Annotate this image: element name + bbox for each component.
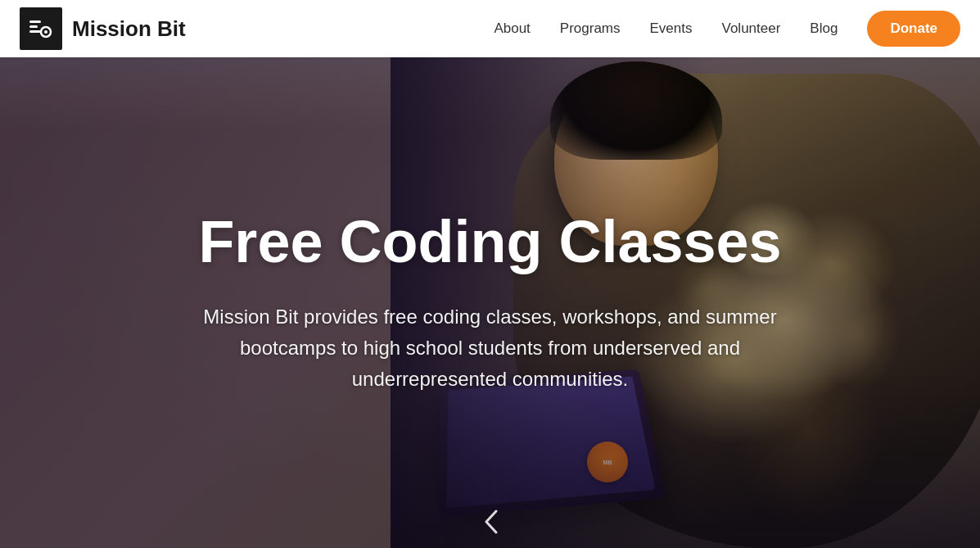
- donate-button[interactable]: Donate: [867, 11, 960, 47]
- nav-volunteer[interactable]: Volunteer: [722, 20, 781, 37]
- logo-icon: [20, 7, 62, 50]
- svg-rect-2: [29, 30, 41, 33]
- nav-about[interactable]: About: [494, 20, 530, 37]
- scroll-down-chevron[interactable]: [477, 510, 504, 534]
- nav-events[interactable]: Events: [650, 20, 693, 37]
- svg-point-4: [44, 30, 47, 34]
- nav-blog[interactable]: Blog: [810, 20, 838, 37]
- navbar: Mission Bit About Programs Events Volunt…: [0, 0, 980, 57]
- nav-links: About Programs Events Volunteer Blog Don…: [494, 11, 960, 47]
- hero-subtitle: Mission Bit provides free coding classes…: [187, 301, 793, 396]
- svg-rect-1: [29, 25, 38, 28]
- nav-programs[interactable]: Programs: [560, 20, 621, 37]
- hero-content: Free Coding Classes Mission Bit provides…: [155, 210, 826, 395]
- logo-text: Mission Bit: [72, 16, 186, 42]
- logo[interactable]: Mission Bit: [20, 7, 186, 50]
- svg-rect-0: [29, 20, 41, 23]
- hero-section: MB Free Coding Classes Mission Bit provi…: [0, 57, 980, 548]
- hero-title: Free Coding Classes: [187, 210, 793, 274]
